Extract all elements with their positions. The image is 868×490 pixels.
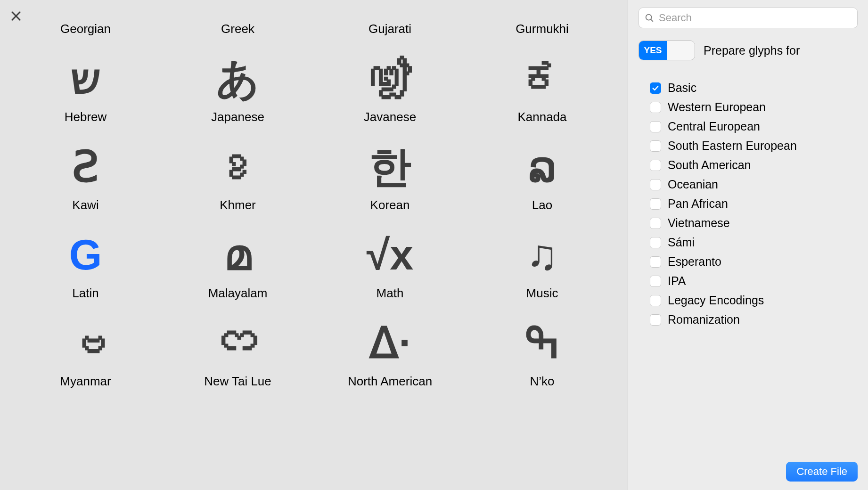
- script-cell-japanese[interactable]: あJapanese: [166, 50, 309, 124]
- checkbox[interactable]: [650, 218, 661, 229]
- checkbox[interactable]: [650, 82, 661, 94]
- script-cell-korean[interactable]: 한Korean: [319, 139, 461, 212]
- script-cell-partial[interactable]: [319, 403, 461, 412]
- checkbox[interactable]: [650, 102, 661, 113]
- option-label: Western European: [668, 100, 766, 114]
- script-label: Korean: [370, 198, 410, 212]
- option-label: Esperanto: [668, 255, 721, 269]
- checkbox[interactable]: [650, 179, 661, 190]
- script-cell-partial[interactable]: [166, 403, 309, 412]
- checkbox[interactable]: [650, 314, 661, 326]
- prepare-glyphs-label: Prepare glyphs for: [704, 44, 800, 57]
- script-label: North American: [348, 374, 432, 389]
- checkbox[interactable]: [650, 276, 661, 287]
- script-label: Georgian: [60, 22, 111, 36]
- script-cell-latin[interactable]: GLatin: [14, 227, 157, 301]
- glyph-set-option-legacy-encodings[interactable]: Legacy Encodings: [650, 294, 858, 307]
- search-input[interactable]: [639, 8, 858, 28]
- prepare-glyphs-toggle[interactable]: YES: [639, 41, 695, 60]
- checkbox[interactable]: [650, 256, 661, 268]
- script-cell-music[interactable]: ♫Music: [471, 227, 614, 301]
- script-cell-north-american[interactable]: ᐃ·North American: [319, 315, 461, 389]
- script-cell-partial[interactable]: [14, 403, 157, 412]
- option-label: South Eastern European: [668, 139, 797, 153]
- script-label: Lao: [532, 198, 552, 212]
- script-cell-gujarati[interactable]: ગGujarati: [319, 0, 461, 36]
- script-glyph-icon: ລ: [529, 139, 556, 195]
- script-glyph-icon: Ƨ: [72, 139, 99, 195]
- script-label: N’ko: [530, 374, 554, 389]
- script-cell-gurmukhi[interactable]: ਗGurmukhi: [471, 0, 614, 36]
- svg-line-3: [651, 19, 653, 21]
- script-label: New Tai Lue: [204, 374, 271, 389]
- glyph-set-option-western-european[interactable]: Western European: [650, 100, 858, 114]
- create-file-button[interactable]: Create File: [786, 462, 858, 482]
- script-label: Javanese: [364, 110, 416, 124]
- glyph-set-option-romanization[interactable]: Romanization: [650, 313, 858, 327]
- close-button[interactable]: [9, 9, 23, 23]
- prepare-toggle-row: YES Prepare glyphs for: [639, 41, 858, 60]
- search-wrap: [639, 8, 858, 28]
- glyph-set-option-pan-african[interactable]: Pan African: [650, 197, 858, 211]
- script-glyph-icon: √x: [367, 227, 413, 283]
- script-glyph-icon: ש: [71, 50, 101, 107]
- script-label: Japanese: [211, 110, 264, 124]
- script-glyph-icon: 한: [369, 139, 411, 195]
- checkbox[interactable]: [650, 198, 661, 210]
- script-label: Kannada: [517, 110, 566, 124]
- script-glyph-icon: ಕ: [521, 50, 564, 107]
- toggle-off-segment: [667, 41, 695, 60]
- script-label: Math: [377, 286, 404, 301]
- option-label: Basic: [668, 81, 696, 95]
- script-grid-panel: ႿGeorgianΩGreekગGujaratiਗGurmukhiשHebrew…: [0, 0, 628, 490]
- glyph-set-option-south-eastern-european[interactable]: South Eastern European: [650, 139, 858, 153]
- script-cell-georgian[interactable]: ႿGeorgian: [14, 0, 157, 36]
- script-cell-lao[interactable]: ລLao: [471, 139, 614, 212]
- checkbox[interactable]: [650, 160, 661, 171]
- option-label: Legacy Encodings: [668, 294, 764, 307]
- script-label: Gurmukhi: [516, 22, 569, 36]
- script-label: Greek: [221, 22, 254, 36]
- glyph-set-option-ipa[interactable]: IPA: [650, 274, 858, 288]
- option-label: Romanization: [668, 313, 740, 327]
- search-icon: [644, 13, 655, 23]
- script-label: Hebrew: [65, 110, 107, 124]
- glyph-set-option-central-european[interactable]: Central European: [650, 120, 858, 133]
- checkbox[interactable]: [650, 237, 661, 248]
- glyph-set-checklist: BasicWestern EuropeanCentral EuropeanSou…: [639, 81, 858, 327]
- glyph-set-option-vietnamese[interactable]: Vietnamese: [650, 216, 858, 230]
- script-cell-n-ko[interactable]: ߒN’ko: [471, 315, 614, 389]
- script-glyph-icon: ဗ: [65, 315, 107, 371]
- script-cell-myanmar[interactable]: ဗMyanmar: [14, 315, 157, 389]
- glyph-set-option-esperanto[interactable]: Esperanto: [650, 255, 858, 269]
- script-cell-new-tai-lue[interactable]: ᦂNew Tai Lue: [166, 315, 309, 389]
- checkbox[interactable]: [650, 295, 661, 306]
- checkbox[interactable]: [650, 140, 661, 152]
- script-cell-partial[interactable]: [471, 403, 614, 412]
- script-label: Myanmar: [60, 374, 111, 389]
- script-cell-hebrew[interactable]: שHebrew: [14, 50, 157, 124]
- script-cell-math[interactable]: √xMath: [319, 227, 461, 301]
- option-label: Oceanian: [668, 178, 718, 191]
- option-label: Central European: [668, 120, 760, 133]
- glyph-set-option-s-mi[interactable]: Sámi: [650, 236, 858, 249]
- script-glyph-icon: G: [69, 227, 102, 283]
- script-cell-khmer[interactable]: ខKhmer: [166, 139, 309, 212]
- script-glyph-icon: ᐃ·: [369, 315, 410, 371]
- option-label: IPA: [668, 274, 686, 288]
- script-label: Music: [526, 286, 558, 301]
- script-label: Kawi: [72, 198, 98, 212]
- checkbox[interactable]: [650, 121, 661, 132]
- script-cell-javanese[interactable]: ꦙJavanese: [319, 50, 461, 124]
- script-label: Khmer: [220, 198, 256, 212]
- glyph-set-option-south-american[interactable]: South American: [650, 158, 858, 172]
- glyph-set-option-basic[interactable]: Basic: [650, 81, 858, 95]
- script-label: Latin: [72, 286, 98, 301]
- script-cell-greek[interactable]: ΩGreek: [166, 0, 309, 36]
- script-cell-kannada[interactable]: ಕKannada: [471, 50, 614, 124]
- script-glyph-icon: あ: [216, 50, 260, 107]
- glyph-set-option-oceanian[interactable]: Oceanian: [650, 178, 858, 191]
- script-cell-malayalam[interactable]: മMalayalam: [166, 227, 309, 301]
- script-cell-kawi[interactable]: ƧKawi: [14, 139, 157, 212]
- script-label: Malayalam: [208, 286, 268, 301]
